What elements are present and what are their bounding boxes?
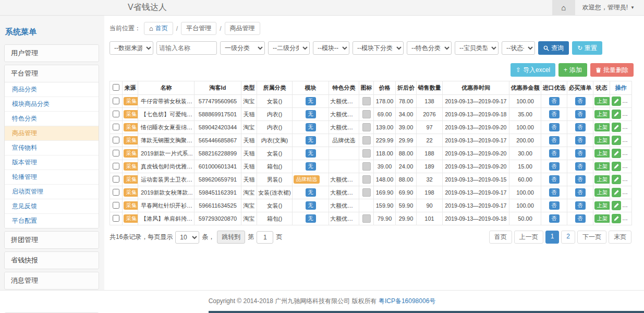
page-button[interactable]: 末页: [609, 231, 631, 244]
row-checkbox[interactable]: [113, 215, 119, 222]
status-badge[interactable]: 上架: [594, 214, 610, 223]
import-select-badge[interactable]: 否: [549, 110, 560, 118]
must-buy-badge[interactable]: 否: [575, 201, 586, 210]
sidebar-subitem[interactable]: 商品分类: [5, 82, 99, 97]
sidebar-subitem[interactable]: 轮播管理: [5, 170, 99, 185]
jump-button[interactable]: 跳转到: [217, 231, 245, 244]
must-buy-badge[interactable]: 否: [575, 123, 586, 131]
breadcrumb-item-goods[interactable]: 商品管理: [225, 22, 260, 35]
reset-button[interactable]: ↻ 重置: [572, 41, 602, 55]
add-button[interactable]: + 添加: [558, 63, 587, 77]
batch-delete-button[interactable]: 批量删除: [590, 63, 634, 77]
icp-link[interactable]: 粤ICP备16098006号: [379, 297, 435, 305]
import-excel-button[interactable]: ⇧ 导入excel: [511, 63, 555, 77]
status-badge[interactable]: 上架: [594, 175, 610, 184]
import-select-badge[interactable]: 否: [549, 214, 560, 223]
row-checkbox[interactable]: [113, 189, 119, 196]
must-buy-badge[interactable]: 否: [575, 175, 586, 184]
query-button[interactable]: 查询: [538, 41, 569, 55]
edit-button[interactable]: [612, 201, 621, 210]
import-select-badge[interactable]: 否: [549, 123, 560, 131]
must-buy-badge[interactable]: 否: [575, 97, 586, 105]
coupon-time: 2019-09-13—2019-09-20: [443, 160, 509, 173]
breadcrumb-home[interactable]: ⌂ 首页: [144, 22, 173, 35]
import-select-badge[interactable]: 否: [549, 136, 560, 145]
page-button[interactable]: 上一页: [514, 231, 543, 244]
row-checkbox[interactable]: [113, 124, 119, 130]
name-input[interactable]: [156, 41, 217, 55]
edit-button[interactable]: [612, 162, 621, 171]
must-buy-cell: 否: [567, 186, 593, 199]
must-buy-badge[interactable]: 否: [575, 110, 586, 118]
edit-button[interactable]: [612, 110, 621, 119]
sidebar-item[interactable]: 用户管理: [5, 45, 99, 62]
level1-category-select[interactable]: 一级分类: [220, 41, 265, 55]
module-select[interactable]: --模块--: [313, 41, 349, 55]
must-buy-badge[interactable]: 否: [575, 162, 586, 171]
sidebar-item[interactable]: 省钱快报: [5, 252, 99, 269]
module-sub-category-select[interactable]: --模块下分类--: [353, 41, 404, 55]
sidebar-subitem[interactable]: 版本管理: [5, 155, 99, 170]
select-all-checkbox[interactable]: [113, 84, 119, 91]
sidebar-subitem[interactable]: 意见反馈: [5, 199, 99, 214]
sidebar-item[interactable]: 平台管理: [5, 65, 99, 82]
data-source-select[interactable]: --数据来源--: [110, 41, 153, 55]
feature-category-select[interactable]: --特色分类--: [407, 41, 452, 55]
status-badge[interactable]: 上架: [594, 149, 610, 158]
per-page-select[interactable]: 10: [175, 231, 199, 244]
import-select-badge[interactable]: 否: [549, 162, 560, 171]
sidebar-subitem[interactable]: 宣传物料: [5, 141, 99, 155]
row-checkbox[interactable]: [113, 137, 119, 143]
status-badge[interactable]: 上架: [594, 162, 610, 171]
must-buy-badge[interactable]: 否: [575, 214, 586, 223]
sidebar-subitem[interactable]: 模块商品分类: [5, 97, 99, 112]
sidebar-item[interactable]: 拼团管理: [5, 232, 99, 248]
edit-button[interactable]: [612, 175, 621, 184]
row-checkbox[interactable]: [113, 98, 119, 104]
sidebar-subitem[interactable]: 平台配置: [5, 214, 99, 228]
row-checkbox[interactable]: [113, 176, 119, 183]
edit-button[interactable]: [612, 188, 621, 197]
row-checkbox[interactable]: [113, 163, 119, 170]
edit-button[interactable]: [612, 214, 621, 223]
page-button[interactable]: 首页: [489, 231, 512, 244]
import-select-badge[interactable]: 否: [549, 188, 560, 197]
status-badge[interactable]: 上架: [594, 97, 610, 105]
sidebar-subitem[interactable]: 特色分类: [5, 112, 99, 126]
status-select[interactable]: --状态--: [502, 41, 535, 55]
level2-category-select[interactable]: --二级分类--: [268, 41, 310, 55]
status-badge[interactable]: 上架: [594, 188, 610, 197]
row-checkbox[interactable]: [113, 111, 119, 117]
import-select-badge[interactable]: 否: [549, 97, 560, 105]
status-badge[interactable]: 上架: [594, 201, 610, 210]
sidebar-subitem[interactable]: 商品管理: [5, 126, 99, 141]
page-button[interactable]: 2: [561, 231, 575, 244]
item-type-select[interactable]: --宝贝类型--: [455, 41, 499, 55]
user-menu[interactable]: 欢迎您，管理员! ▼: [575, 3, 644, 12]
taoke-id: 588869917501: [195, 108, 241, 121]
status-badge[interactable]: 上架: [594, 123, 610, 131]
row-checkbox[interactable]: [113, 150, 119, 156]
page-button[interactable]: 下一页: [577, 231, 606, 244]
must-buy-badge[interactable]: 否: [575, 136, 586, 145]
edit-button[interactable]: [612, 97, 621, 106]
import-select-badge[interactable]: 否: [549, 149, 560, 158]
sidebar-subitem[interactable]: 启动页管理: [5, 185, 99, 199]
status-badge[interactable]: 上架: [594, 136, 610, 145]
home-button[interactable]: ⌂: [552, 0, 575, 16]
copyright-text: Copyright © 2014-2018 广州九驰网络科技有限公司 版权所有: [209, 297, 377, 305]
must-buy-badge[interactable]: 否: [575, 188, 586, 197]
edit-button[interactable]: [612, 149, 621, 158]
status-badge[interactable]: 上架: [594, 110, 610, 118]
sales-cell: 97: [417, 121, 443, 134]
import-select-badge[interactable]: 否: [549, 175, 560, 184]
jump-page-input[interactable]: [257, 231, 273, 244]
edit-button[interactable]: [612, 136, 621, 145]
edit-button[interactable]: [612, 123, 621, 132]
must-buy-badge[interactable]: 否: [575, 149, 586, 158]
sidebar-item[interactable]: 消息管理: [5, 272, 99, 289]
page-button[interactable]: 1: [545, 231, 560, 244]
row-checkbox[interactable]: [113, 202, 119, 209]
import-select-badge[interactable]: 否: [549, 201, 560, 210]
breadcrumb-item-platform[interactable]: 平台管理: [181, 22, 216, 35]
